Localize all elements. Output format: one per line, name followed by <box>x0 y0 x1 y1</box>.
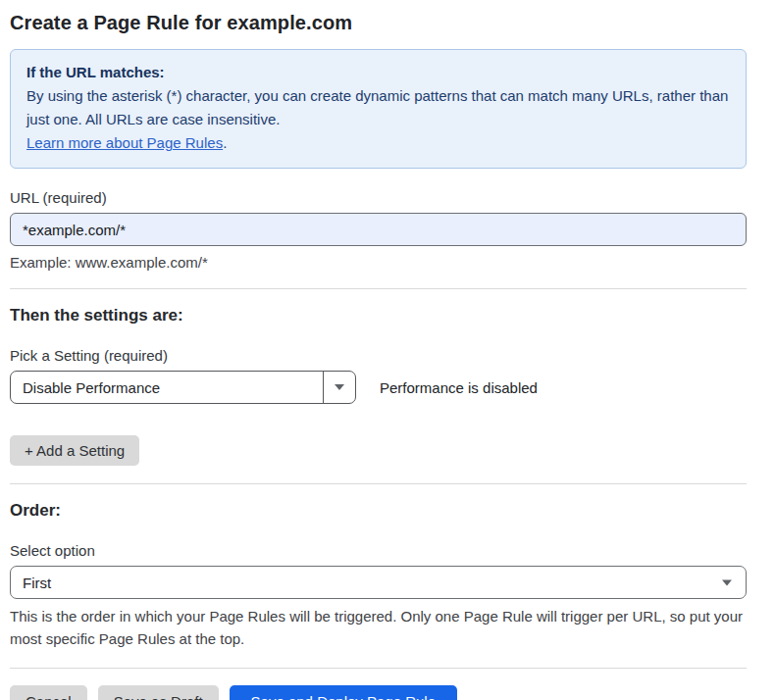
learn-more-link[interactable]: Learn more about Page Rules <box>26 134 223 151</box>
setting-select-arrow-button[interactable] <box>323 372 355 403</box>
page-rule-form: Create a Page Rule for example.com If th… <box>0 0 775 700</box>
url-label: URL (required) <box>10 189 747 206</box>
setting-select-value: Disable Performance <box>11 372 323 403</box>
callout-link-line: Learn more about Page Rules. <box>26 131 730 155</box>
url-input[interactable] <box>10 213 747 246</box>
footer-actions: Cancel Save as Draft Save and Deploy Pag… <box>10 685 747 700</box>
setting-status: Performance is disabled <box>380 379 538 396</box>
divider <box>10 668 747 669</box>
setting-select[interactable]: Disable Performance <box>10 371 356 404</box>
url-example: Example: www.example.com/* <box>10 254 747 271</box>
divider <box>10 483 747 484</box>
order-select[interactable]: First <box>10 566 747 599</box>
callout-heading: If the URL matches: <box>26 61 730 84</box>
url-matches-callout: If the URL matches: By using the asteris… <box>10 49 747 169</box>
callout-link-suffix: . <box>223 134 227 151</box>
pick-setting-label: Pick a Setting (required) <box>10 347 747 364</box>
setting-select-row: Disable Performance Performance is disab… <box>10 371 747 404</box>
save-deploy-button[interactable]: Save and Deploy Page Rule <box>230 685 457 700</box>
callout-body: By using the asterisk (*) character, you… <box>26 84 730 131</box>
order-select-value: First <box>23 575 51 591</box>
order-select-label: Select option <box>10 542 747 559</box>
page-title: Create a Page Rule for example.com <box>10 12 747 34</box>
chevron-down-icon <box>335 384 344 390</box>
chevron-down-icon <box>722 579 732 585</box>
order-heading: Order: <box>10 501 747 521</box>
add-setting-button[interactable]: + Add a Setting <box>10 435 139 466</box>
divider <box>10 288 747 289</box>
save-draft-button[interactable]: Save as Draft <box>98 685 219 700</box>
cancel-button[interactable]: Cancel <box>10 685 87 700</box>
order-help-text: This is the order in which your Page Rul… <box>10 605 747 650</box>
settings-heading: Then the settings are: <box>10 306 747 325</box>
